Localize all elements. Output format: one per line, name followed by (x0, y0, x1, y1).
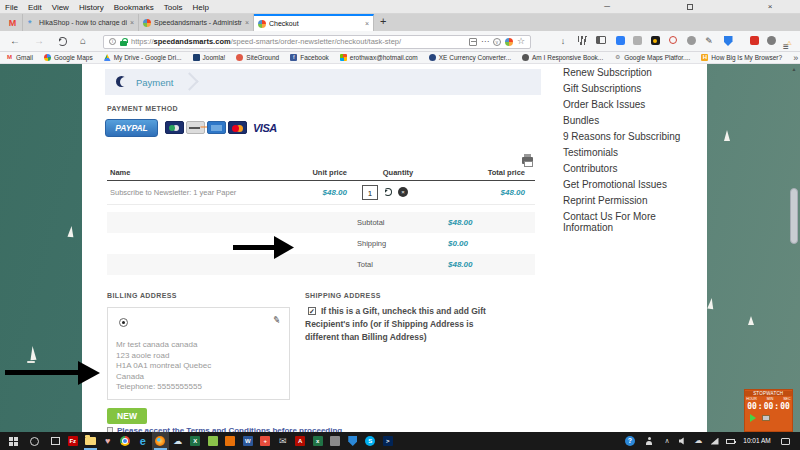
sidebar-link-contributors[interactable]: Contributors (563, 163, 705, 174)
minimize-button[interactable]: ─ (593, 0, 621, 14)
library-icon[interactable] (575, 36, 589, 48)
task-view-button[interactable] (46, 432, 64, 450)
bookmark-drive[interactable]: My Drive - Google Dri... (104, 54, 182, 61)
sidebar-link-gift[interactable]: Gift Subscriptions (563, 83, 705, 94)
bookmark-gmail[interactable]: MGmail (6, 54, 33, 61)
menu-bookmarks[interactable]: Bookmarks (114, 3, 154, 12)
green-app[interactable] (204, 432, 222, 450)
tray-speaker-icon[interactable] (675, 432, 690, 450)
tray-people-icon[interactable] (641, 432, 657, 450)
sidebar-toggle-icon[interactable] (594, 36, 608, 48)
back-button[interactable]: ← (10, 35, 20, 46)
sidebar-link-reprint[interactable]: Reprint Permission (563, 195, 705, 206)
menu-edit[interactable]: Edit (28, 3, 42, 12)
gray-app[interactable] (327, 432, 345, 450)
word-navy-app[interactable]: W (239, 432, 257, 450)
cortana-button[interactable] (25, 432, 43, 450)
forward-button[interactable]: → (34, 35, 44, 46)
heart-app[interactable]: ♥ (99, 432, 117, 450)
url-bar[interactable]: i https://speedandsmarts.com/speed-smart… (103, 35, 531, 49)
mail-app[interactable]: ✉ (274, 432, 292, 450)
edge-app[interactable]: e (134, 432, 152, 450)
menu-history[interactable]: History (79, 3, 104, 12)
bookmark-howbig[interactable]: HHow Big Is My Browser? (701, 54, 782, 61)
gift-checkbox[interactable]: ✓ (308, 307, 316, 315)
bookmark-facebook[interactable]: fFacebook (290, 54, 329, 61)
tab-checkout-active[interactable]: Checkout × (254, 14, 374, 31)
scrollbar-up-arrow[interactable]: ▲ (789, 66, 799, 72)
close-window-button[interactable]: × (756, 0, 784, 14)
taskbar-clock[interactable]: 10:01 AM (739, 432, 775, 450)
billing-address-radio[interactable] (119, 318, 128, 327)
bookmark-amiresponsive[interactable]: Am I Responsive Book... (522, 54, 603, 61)
filezilla-app[interactable]: Fz (64, 432, 82, 450)
site-info-icon[interactable]: i (109, 38, 116, 45)
globe2-extension-icon[interactable] (764, 36, 778, 48)
bookmark-xe[interactable]: XE Currency Converter... (429, 54, 511, 61)
refresh-quantity-icon[interactable] (384, 188, 392, 196)
new-address-button[interactable]: NEW (107, 408, 147, 424)
reload-button[interactable] (58, 37, 67, 46)
edit-address-icon[interactable]: ✎ (273, 314, 282, 325)
reader-mode-icon[interactable] (469, 38, 477, 46)
history-clock-extension-icon[interactable] (666, 36, 680, 48)
tab-admin[interactable]: Speedandsmarts - Administrat × (139, 14, 254, 31)
shield-extension-icon[interactable] (721, 36, 735, 48)
onedrive-app[interactable]: ☁ (169, 432, 187, 450)
sidebar-link-contact[interactable]: Contact Us For More Information (563, 211, 705, 233)
powershell-app[interactable]: > (379, 432, 397, 450)
chrome-app[interactable] (117, 432, 135, 450)
lastpass-extension-icon[interactable] (648, 36, 662, 48)
bookmark-hotmail[interactable]: erothwax@hotmail.com (340, 54, 418, 61)
sidebar-link-back-issues[interactable]: Order Back Issues (563, 99, 705, 110)
menu-view[interactable]: View (52, 3, 69, 12)
quantity-input[interactable]: 1 (362, 185, 378, 200)
bookmark-google-maps[interactable]: Google Maps (44, 54, 93, 61)
health-app[interactable]: + (257, 432, 275, 450)
menu-tools[interactable]: Tools (164, 3, 183, 12)
tab-close-icon[interactable]: × (245, 19, 249, 26)
bookmark-joomla[interactable]: Joomla! (193, 54, 226, 61)
pen-extension-icon[interactable]: ✎ (702, 36, 716, 48)
skype-app[interactable]: S (362, 432, 380, 450)
download-icon[interactable]: ↓ (556, 36, 570, 48)
scrollbar-thumb[interactable] (790, 188, 798, 244)
pinned-tab-gmail[interactable]: M (3, 14, 23, 31)
tab-close-icon[interactable]: × (130, 19, 134, 26)
acrobat-app[interactable]: A (292, 432, 310, 450)
sidebar-link-renew[interactable]: Renew Subscription (563, 67, 705, 78)
tray-battery-icon[interactable] (723, 432, 738, 450)
bookmark-maps-platform[interactable]: ⚙Google Maps Platfor.... (614, 54, 690, 61)
hamburger-menu-icon[interactable]: ≡⚠ (783, 41, 789, 52)
adblock-extension-icon[interactable] (747, 36, 761, 48)
file-explorer-app[interactable] (82, 432, 100, 450)
excel-app[interactable]: X (187, 432, 205, 450)
bookmark-star-icon[interactable]: ☆ (517, 37, 525, 46)
sidebar-link-bundles[interactable]: Bundles (563, 115, 705, 126)
start-button[interactable] (4, 432, 22, 450)
screenshot-extension-icon[interactable] (613, 36, 627, 48)
home-button[interactable]: ⌂ (80, 35, 86, 46)
bookmarks-overflow-chevron[interactable]: » (793, 53, 798, 63)
bookmark-siteground[interactable]: SiteGround (236, 54, 279, 61)
print-icon[interactable] (522, 157, 533, 164)
restore-button[interactable] (676, 0, 704, 14)
defender-app[interactable] (344, 432, 362, 450)
menu-help[interactable]: Help (192, 3, 208, 12)
globe-extension-icon[interactable] (684, 36, 698, 48)
new-tab-button[interactable]: + (380, 15, 386, 27)
orange-app[interactable] (222, 432, 240, 450)
page-actions-icon[interactable]: ⋯ (481, 38, 489, 46)
remove-item-icon[interactable]: × (398, 187, 408, 197)
action-center-icon[interactable] (777, 432, 793, 450)
joomla-page-icon[interactable] (505, 38, 513, 46)
pocket-icon[interactable]: ∨ (493, 38, 501, 46)
tab-hikashop[interactable]: * HikaShop - how to charge diff × (24, 14, 139, 31)
stopwatch-play-button[interactable] (750, 414, 756, 422)
sidebar-link-testimonials[interactable]: Testimonials (563, 147, 705, 158)
sidebar-link-9-reasons[interactable]: 9 Reasons for Subscribing (563, 131, 705, 142)
stopwatch-window-icon[interactable] (762, 415, 770, 421)
firefox-app[interactable] (152, 432, 170, 450)
tab-close-icon[interactable]: × (365, 20, 369, 27)
menu-file[interactable]: File (5, 3, 18, 12)
